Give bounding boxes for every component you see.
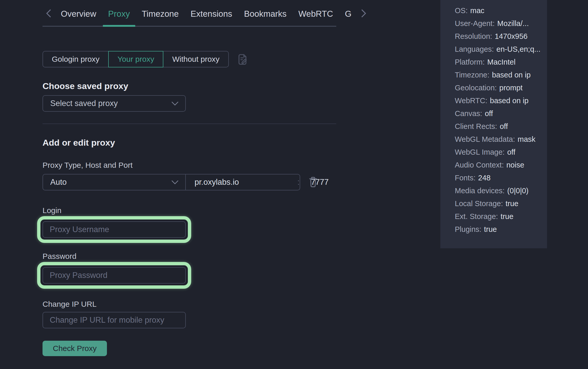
summary-value: en-US,en;q...	[497, 45, 541, 53]
summary-row-webrtc: WebRTC:based on ip	[455, 94, 542, 107]
summary-value: noise	[506, 161, 524, 169]
type-host-port-row: Auto :	[43, 174, 336, 190]
proxy-type-select[interactable]: Auto	[43, 174, 186, 190]
tab-extensions[interactable]: Extensions	[185, 9, 238, 26]
proxy-password-input[interactable]	[43, 267, 186, 284]
summary-label: Platform:	[455, 58, 485, 66]
type-host-port-group: Auto :	[43, 174, 300, 190]
summary-label: Audio Context:	[455, 161, 504, 169]
summary-value: off	[500, 122, 508, 130]
summary-value: Mozilla/...	[497, 19, 529, 28]
tab-proxy[interactable]: Proxy	[102, 9, 136, 26]
summary-value: (0|0|0)	[507, 187, 528, 195]
edit-proxy-list-button[interactable]	[236, 53, 249, 66]
summary-label: Media devices:	[455, 187, 505, 195]
choose-saved-proxy-heading: Choose saved proxy	[43, 81, 336, 91]
trash-icon	[307, 175, 319, 189]
saved-proxy-select-value: Select saved proxy	[50, 99, 118, 108]
proxy-source-row: Gologin proxy Your proxy Without proxy	[43, 51, 336, 67]
summary-row-client-rects: Client Rects:off	[455, 120, 542, 133]
port-separator: :	[297, 178, 300, 187]
proxy-host-input[interactable]	[195, 178, 297, 187]
summary-label: Canvas:	[455, 109, 482, 118]
password-highlight-ring	[37, 262, 191, 289]
edit-document-icon	[236, 53, 249, 66]
proxy-username-input[interactable]	[43, 221, 186, 238]
profile-tabs: Overview Proxy Timezone Extensions Bookm…	[43, 0, 336, 27]
summary-value: mask	[518, 135, 535, 143]
summary-label: Ext. Storage:	[455, 212, 498, 221]
host-port-cell: :	[186, 174, 356, 190]
summary-row-resolution: Resolution:1470x956	[455, 30, 542, 43]
summary-label: WebRTC:	[455, 96, 487, 105]
tabs-scroll-right-button[interactable]	[357, 9, 370, 26]
chevron-down-icon	[171, 101, 179, 106]
type-host-port-label: Proxy Type, Host and Port	[43, 161, 336, 170]
summary-label: Geolocation:	[455, 84, 497, 92]
saved-proxy-select[interactable]: Select saved proxy	[43, 95, 186, 112]
summary-row-languages: Languages:en-US,en;q...	[455, 43, 542, 56]
summary-value: off	[485, 109, 493, 118]
summary-value: true	[484, 225, 497, 233]
tab-overview[interactable]: Overview	[55, 9, 102, 26]
summary-label: Client Rects:	[455, 122, 497, 130]
summary-label: Languages:	[455, 45, 494, 53]
summary-label: WebGL Metadata:	[455, 135, 515, 143]
summary-label: User-Agent:	[455, 19, 495, 28]
tab-bookmarks[interactable]: Bookmarks	[238, 9, 292, 26]
summary-row-webgl-metadata: WebGL Metadata:mask	[455, 133, 542, 146]
summary-row-media-devices: Media devices:(0|0|0)	[455, 184, 542, 197]
proxy-source-segment-your[interactable]: Your proxy	[108, 51, 163, 67]
tab-g[interactable]: G	[339, 9, 358, 26]
summary-row-user-agent: User-Agent:Mozilla/...	[455, 17, 542, 30]
profile-summary-panel: OS:mac User-Agent:Mozilla/... Resolution…	[440, 0, 547, 248]
summary-label: Resolution:	[455, 32, 492, 40]
delete-proxy-button[interactable]	[307, 175, 319, 189]
summary-value: prompt	[499, 84, 523, 92]
summary-value: based on ip	[490, 96, 528, 105]
summary-value: true	[501, 212, 514, 221]
summary-row-geolocation: Geolocation:prompt	[455, 81, 542, 94]
tab-webrtc[interactable]: WebRTC	[292, 9, 339, 26]
summary-row-audio-context: Audio Context:noise	[455, 159, 542, 171]
tabs-scroll-left-button[interactable]	[43, 9, 55, 26]
summary-value: true	[506, 199, 518, 208]
proxy-source-segment-without[interactable]: Without proxy	[163, 51, 229, 67]
change-ip-url-input[interactable]	[43, 312, 186, 328]
proxy-type-value: Auto	[50, 178, 67, 187]
change-ip-url-label: Change IP URL	[43, 300, 336, 309]
summary-value: off	[507, 148, 515, 156]
summary-row-canvas: Canvas:off	[455, 107, 542, 120]
summary-label: OS:	[455, 6, 468, 15]
summary-row-timezone: Timezone:based on ip	[455, 68, 542, 81]
summary-label: Fonts:	[455, 174, 476, 182]
summary-value: 1470x956	[495, 32, 527, 40]
login-label: Login	[43, 206, 336, 215]
chevron-left-icon	[46, 9, 52, 18]
summary-value: MacIntel	[487, 58, 516, 66]
summary-row-platform: Platform:MacIntel	[455, 56, 542, 68]
summary-label: Local Storage:	[455, 199, 503, 208]
summary-label: WebGL Image:	[455, 148, 505, 156]
proxy-source-segment-gologin[interactable]: Gologin proxy	[43, 51, 109, 67]
summary-row-plugins: Plugins:true	[455, 223, 542, 236]
chevron-down-icon	[171, 180, 179, 184]
password-label: Password	[43, 252, 336, 261]
summary-row-local-storage: Local Storage:true	[455, 197, 542, 210]
proxy-source-segmented: Gologin proxy Your proxy Without proxy	[43, 51, 229, 67]
summary-value: mac	[470, 6, 484, 15]
summary-row-os: OS:mac	[455, 4, 542, 17]
section-divider	[43, 124, 336, 124]
summary-row-webgl-image: WebGL Image:off	[455, 146, 542, 159]
login-highlight-ring	[37, 216, 191, 243]
summary-row-ext-storage: Ext. Storage:true	[455, 210, 542, 223]
summary-value: based on ip	[492, 71, 531, 79]
add-edit-proxy-heading: Add or edit proxy	[43, 137, 336, 148]
proxy-settings-page: Overview Proxy Timezone Extensions Bookm…	[43, 0, 336, 356]
summary-label: Plugins:	[455, 225, 481, 233]
chevron-right-icon	[361, 9, 366, 18]
check-proxy-button[interactable]: Check Proxy	[43, 341, 107, 356]
tab-timezone[interactable]: Timezone	[136, 9, 185, 26]
summary-value: 248	[478, 174, 491, 182]
summary-row-fonts: Fonts:248	[455, 171, 542, 184]
